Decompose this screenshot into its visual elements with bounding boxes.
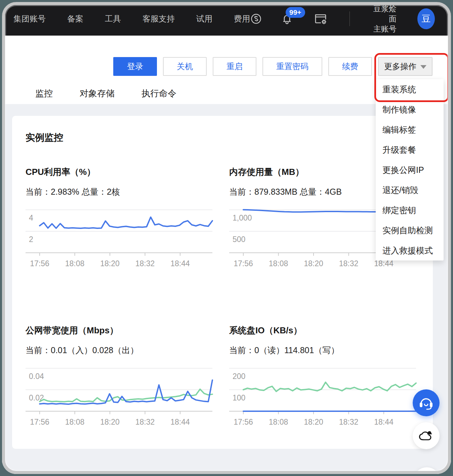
chart-current-4: 当前：0（读）114.801（写） bbox=[229, 345, 416, 355]
nav-item-4[interactable]: 客服支持 bbox=[142, 13, 175, 24]
svg-text:18:32: 18:32 bbox=[135, 259, 155, 268]
customer-service-fab[interactable] bbox=[413, 389, 440, 416]
svg-text:17:56: 17:56 bbox=[234, 259, 253, 268]
bell-icon[interactable]: 99+ bbox=[281, 12, 293, 25]
menu-item-2[interactable]: 制作镜像 bbox=[376, 99, 444, 120]
chart-plot-3: 17:5618:0818:2018:3218:440.040.02 bbox=[26, 364, 212, 427]
svg-text:1,000: 1,000 bbox=[233, 213, 252, 222]
svg-text:18:08: 18:08 bbox=[65, 259, 85, 268]
action-button-4[interactable]: 续费 bbox=[328, 57, 372, 76]
avatar-text: 豆 bbox=[422, 13, 431, 25]
more-actions-button[interactable]: 更多操作 bbox=[378, 57, 433, 76]
nav-item-1[interactable]: 集团账号 bbox=[13, 13, 46, 24]
login-button[interactable]: 登录 bbox=[113, 57, 157, 76]
svg-text:100: 100 bbox=[233, 393, 245, 402]
monitor-card: 实例监控 CPU利用率（%）当前：2.983% 总量：2核17:5618:081… bbox=[12, 116, 433, 449]
svg-text:17:56: 17:56 bbox=[30, 418, 49, 426]
svg-text:18:44: 18:44 bbox=[170, 259, 190, 268]
cloud-notification-fab[interactable] bbox=[413, 422, 440, 449]
charts-grid: CPU利用率（%）当前：2.983% 总量：2核17:5618:0818:201… bbox=[26, 166, 419, 427]
chart-1: CPU利用率（%）当前：2.983% 总量：2核17:5618:0818:201… bbox=[26, 166, 212, 269]
svg-text:18:32: 18:32 bbox=[135, 418, 155, 426]
menu-item-5[interactable]: 更换公网IP bbox=[376, 160, 444, 180]
tab-3[interactable]: 执行命令 bbox=[141, 87, 176, 100]
svg-text:200: 200 bbox=[233, 372, 245, 381]
account-line1: 豆浆烩面 bbox=[371, 4, 397, 24]
toolbar-secondary: 关机重启重置密码续费 bbox=[163, 57, 372, 76]
svg-text:500: 500 bbox=[233, 235, 245, 244]
menu-item-7[interactable]: 绑定密钥 bbox=[376, 200, 444, 220]
action-button-2[interactable]: 重启 bbox=[213, 57, 256, 76]
cloud-bell-icon bbox=[418, 428, 434, 443]
svg-text:2: 2 bbox=[29, 235, 33, 244]
support-circle-icon[interactable] bbox=[250, 13, 262, 25]
nav-item-6[interactable]: 费用 bbox=[234, 13, 250, 24]
avatar[interactable]: 豆 bbox=[417, 8, 435, 29]
screenshot-stage: 集团账号备案工具客服支持试用费用 99+ bbox=[0, 0, 453, 476]
svg-text:18:20: 18:20 bbox=[100, 259, 120, 268]
svg-text:18:20: 18:20 bbox=[100, 418, 120, 426]
action-button-3[interactable]: 重置密码 bbox=[262, 57, 322, 76]
chart-current-1: 当前：2.983% 总量：2核 bbox=[26, 186, 212, 197]
nav-item-3[interactable]: 工具 bbox=[105, 13, 121, 24]
menu-item-6[interactable]: 退还/销毁 bbox=[376, 180, 444, 200]
chart-title-1: CPU利用率（%） bbox=[26, 166, 212, 178]
chart-current-3: 当前：0.01（入）0.028（出） bbox=[26, 345, 212, 355]
chevron-down-icon bbox=[420, 65, 426, 69]
svg-text:18:44: 18:44 bbox=[374, 418, 394, 426]
nav-divider bbox=[349, 11, 350, 26]
top-nav-bar: 集团账号备案工具客服支持试用费用 99+ bbox=[2, 2, 451, 36]
browser-window: 集团账号备案工具客服支持试用费用 99+ bbox=[2, 2, 451, 474]
more-actions-label: 更多操作 bbox=[384, 61, 416, 72]
svg-text:18:44: 18:44 bbox=[170, 418, 190, 426]
account-name[interactable]: 豆浆烩面 主账号 bbox=[371, 4, 397, 34]
svg-text:17:56: 17:56 bbox=[30, 259, 49, 268]
svg-text:18:32: 18:32 bbox=[339, 418, 359, 426]
book-icon bbox=[419, 468, 435, 474]
nav-menu: 集团账号备案工具客服支持试用费用 bbox=[13, 13, 250, 24]
menu-item-4[interactable]: 升级套餐 bbox=[376, 140, 444, 160]
svg-text:0.04: 0.04 bbox=[29, 372, 44, 381]
notification-badge: 99+ bbox=[286, 7, 305, 18]
chart-title-4: 系统盘IO（KB/s） bbox=[229, 325, 416, 336]
tab-2[interactable]: 对象存储 bbox=[80, 87, 115, 100]
chart-plot-4: 17:5618:0818:2018:3218:44200100 bbox=[229, 364, 416, 427]
svg-text:18:32: 18:32 bbox=[339, 259, 359, 268]
more-actions-menu: 重装系统制作镜像编辑标签升级套餐更换公网IP退还/销毁绑定密钥实例自助检测进入救… bbox=[376, 79, 444, 260]
menu-item-1[interactable]: 重装系统 bbox=[376, 79, 444, 99]
menu-item-9[interactable]: 进入救援模式 bbox=[376, 240, 444, 260]
menu-item-8[interactable]: 实例自助检测 bbox=[376, 220, 444, 240]
account-line2: 主账号 bbox=[371, 24, 397, 34]
page-title: 实例监控 bbox=[26, 131, 419, 144]
nav-item-2[interactable]: 备案 bbox=[67, 13, 83, 24]
tab-bar: 监控对象存储执行命令 bbox=[35, 87, 176, 100]
nav-item-5[interactable]: 试用 bbox=[196, 13, 212, 24]
console-settings-icon[interactable] bbox=[314, 13, 327, 25]
action-button-1[interactable]: 关机 bbox=[163, 57, 207, 76]
action-toolbar: 登录 关机重启重置密码续费 更多操作 bbox=[113, 57, 433, 76]
svg-text:4: 4 bbox=[29, 213, 33, 222]
chart-title-3: 公网带宽使用（Mbps） bbox=[26, 325, 212, 336]
headset-icon bbox=[418, 395, 434, 411]
chart-plot-1: 17:5618:0818:2018:3218:4442 bbox=[26, 206, 212, 269]
menu-item-3[interactable]: 编辑标签 bbox=[376, 120, 444, 140]
nav-right-cluster: 99+ 豆浆烩面 主账号 豆 bbox=[250, 4, 435, 34]
svg-text:18:08: 18:08 bbox=[269, 259, 288, 268]
svg-text:18:08: 18:08 bbox=[65, 418, 85, 426]
chart-3: 公网带宽使用（Mbps）当前：0.01（入）0.028（出）17:5618:08… bbox=[26, 325, 212, 427]
svg-text:18:20: 18:20 bbox=[304, 418, 323, 426]
chart-4: 系统盘IO（KB/s）当前：0（读）114.801（写）17:5618:0818… bbox=[229, 325, 416, 427]
tab-1[interactable]: 监控 bbox=[35, 87, 53, 100]
svg-text:18:08: 18:08 bbox=[269, 418, 288, 426]
svg-text:17:56: 17:56 bbox=[234, 418, 253, 426]
svg-text:18:20: 18:20 bbox=[304, 259, 323, 268]
